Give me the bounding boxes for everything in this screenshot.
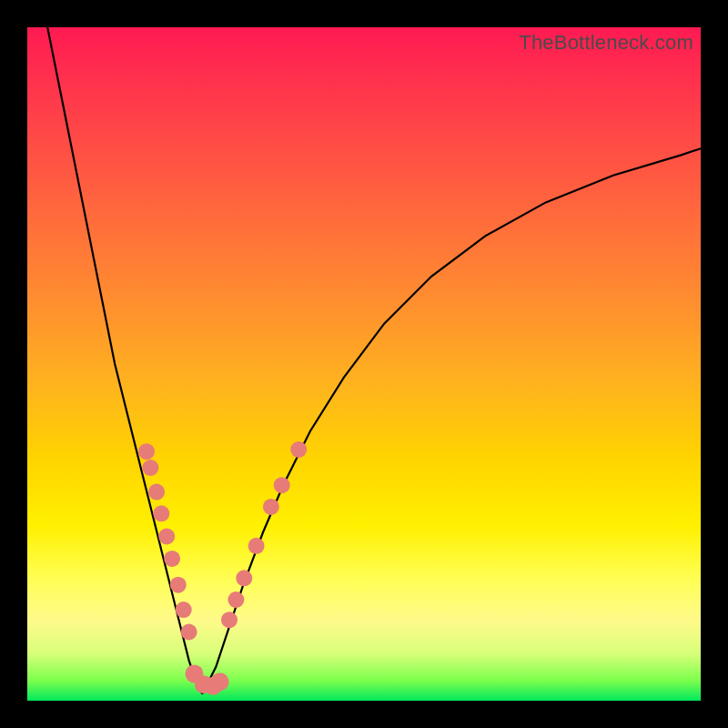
data-marker	[176, 602, 192, 618]
curve-right	[202, 148, 701, 693]
data-marker	[153, 505, 169, 521]
markers-left-group	[138, 443, 197, 640]
data-marker	[263, 499, 279, 515]
chart-overlay	[27, 27, 701, 701]
data-marker	[164, 551, 180, 567]
data-marker	[148, 484, 165, 500]
data-marker	[181, 624, 197, 641]
data-marker	[290, 441, 307, 458]
data-marker	[236, 570, 252, 586]
data-marker	[211, 672, 229, 691]
data-marker	[170, 577, 187, 593]
data-marker	[138, 443, 155, 460]
data-marker	[228, 592, 244, 608]
plot-area: TheBottleneck.com	[27, 27, 701, 701]
chart-frame: TheBottleneck.com	[0, 0, 728, 728]
data-marker	[274, 477, 290, 493]
data-marker	[142, 460, 158, 476]
curve-left	[47, 27, 202, 694]
data-marker	[248, 538, 265, 554]
markers-right-group	[221, 441, 307, 628]
markers-bottom-group	[186, 664, 229, 694]
data-marker	[158, 528, 175, 544]
data-marker	[221, 612, 238, 628]
